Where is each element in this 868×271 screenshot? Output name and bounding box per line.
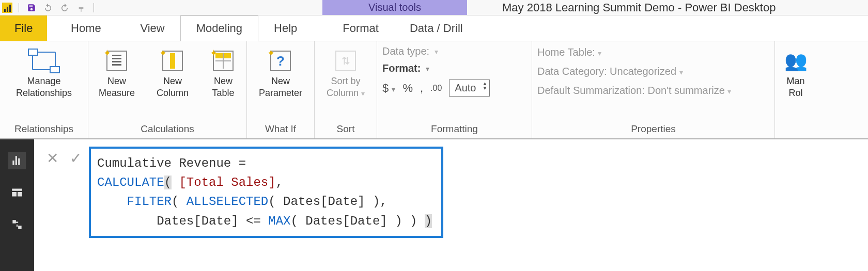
new-measure-label: New Measure — [99, 75, 135, 99]
new-table-label: New Table — [212, 75, 234, 99]
data-category-dropdown[interactable]: Data Category: Uncategorized ▾ — [537, 66, 731, 77]
people-icon: 👥 — [784, 50, 808, 72]
tab-format[interactable]: Format — [327, 15, 394, 41]
group-label-relationships: Relationships — [5, 122, 83, 136]
chevron-down-icon: ▾ — [679, 68, 683, 76]
new-table-button[interactable]: ✦ New Table — [205, 44, 241, 99]
group-whatif: ✦ New Parameter What If — [247, 41, 315, 138]
group-calculations: ✦ New Measure ✦ New Column ✦ New Table C… — [88, 41, 247, 138]
stepper-arrows-icon: ▲▼ — [483, 81, 488, 90]
manage-relationships-button[interactable]: Manage Relationships — [5, 44, 83, 99]
manage-roles-button[interactable]: 👥 Man Rol — [780, 44, 811, 99]
chevron-down-icon: ▾ — [598, 49, 601, 57]
format-label: Format: — [382, 62, 421, 74]
model-view-button[interactable] — [8, 216, 26, 233]
currency-button[interactable]: $ ▾ — [382, 82, 395, 95]
thousands-comma-button[interactable]: , — [420, 82, 423, 95]
group-label-sort: Sort — [320, 122, 371, 136]
contextual-tab-header: Visual tools — [322, 0, 467, 15]
tab-file[interactable]: File — [0, 15, 47, 41]
group-sort: ⇅ Sort by Column ▾ Sort — [315, 41, 377, 138]
sort-by-column-button[interactable]: ⇅ Sort by Column ▾ — [320, 44, 371, 99]
data-type-label: Data type: — [382, 45, 429, 57]
chevron-down-icon: ▾ — [727, 87, 731, 95]
redo-icon — [60, 3, 69, 12]
new-column-label: New Column — [157, 75, 189, 99]
new-measure-button[interactable]: ✦ New Measure — [94, 44, 140, 99]
group-label-formatting: Formatting — [382, 122, 526, 136]
percent-button[interactable]: % — [402, 82, 413, 95]
decimal-places-stepper[interactable]: Auto ▲▼ — [449, 79, 490, 97]
new-measure-icon: ✦ — [106, 51, 127, 71]
app-icon — [2, 3, 12, 13]
close-icon: ✕ — [47, 150, 58, 166]
work-area: ✕ ✓ Cumulative Revenue = CALCULATE( [Tot… — [0, 139, 868, 271]
qat-separator-2 — [94, 3, 94, 12]
new-parameter-button[interactable]: ✦ New Parameter — [252, 44, 309, 99]
chevron-down-icon: ╤ — [79, 4, 84, 11]
group-security: 👥 Man Rol — [775, 41, 811, 138]
chevron-down-icon: ▾ — [426, 65, 429, 73]
save-icon — [27, 3, 36, 12]
bar-chart-icon — [10, 154, 24, 167]
group-label-calculations: Calculations — [94, 122, 241, 136]
chevron-down-icon: ▾ — [392, 85, 395, 93]
sort-icon: ⇅ — [335, 51, 356, 71]
table-icon — [10, 186, 24, 199]
group-label-security — [780, 122, 811, 136]
redo-button[interactable] — [58, 2, 71, 14]
group-relationships: Manage Relationships Relationships — [0, 41, 88, 138]
undo-button[interactable] — [42, 2, 54, 14]
new-table-icon: ✦ — [213, 51, 234, 71]
chevron-down-icon: ▾ — [435, 47, 438, 56]
model-icon — [10, 218, 24, 231]
manage-relationships-label: Manage Relationships — [16, 75, 72, 99]
view-switcher — [0, 139, 34, 271]
window-title: May 2018 Learning Summit Demo - Power BI… — [502, 1, 776, 14]
tab-help[interactable]: Help — [258, 15, 313, 41]
qat-customize-button[interactable]: ╤ — [75, 2, 87, 14]
home-table-dropdown[interactable]: Home Table: ▾ — [537, 46, 731, 58]
save-button[interactable] — [25, 2, 38, 14]
cancel-formula-button[interactable]: ✕ — [47, 150, 58, 167]
relationships-icon — [32, 52, 56, 70]
new-parameter-icon: ✦ — [270, 51, 291, 71]
decimal-places-value: Auto — [455, 82, 476, 93]
new-column-icon: ✦ — [162, 51, 183, 71]
check-icon: ✓ — [70, 150, 82, 166]
group-label-whatif: What If — [252, 122, 309, 136]
tab-data-drill[interactable]: Data / Drill — [394, 15, 478, 41]
data-view-button[interactable] — [8, 184, 26, 201]
new-parameter-label: New Parameter — [259, 75, 302, 99]
data-type-dropdown[interactable]: Data type:▾ — [382, 45, 490, 57]
tab-view[interactable]: View — [125, 15, 180, 41]
sort-by-column-label: Sort by Column ▾ — [327, 75, 365, 99]
formula-editor[interactable]: Cumulative Revenue = CALCULATE( [Total S… — [89, 147, 443, 238]
undo-icon — [43, 3, 53, 12]
commit-formula-button[interactable]: ✓ — [70, 150, 82, 167]
ribbon-tabs: File Home View Modeling Help Format Data… — [0, 15, 868, 41]
qat-separator — [19, 3, 19, 12]
formula-line-1: Cumulative Revenue = — [97, 156, 246, 170]
tab-modeling[interactable]: Modeling — [180, 15, 258, 41]
formula-bar-area: ✕ ✓ Cumulative Revenue = CALCULATE( [Tot… — [34, 139, 868, 271]
format-dropdown[interactable]: Format:▾ — [382, 62, 490, 74]
new-column-button[interactable]: ✦ New Column — [149, 44, 196, 99]
tab-home[interactable]: Home — [47, 15, 125, 41]
decimal-button[interactable]: .00 — [430, 84, 442, 93]
group-formatting: Data type:▾ Format:▾ $ ▾ % , .00 Auto ▲▼… — [377, 41, 532, 138]
group-properties: Home Table: ▾ Data Category: Uncategoriz… — [532, 41, 775, 138]
group-label-properties: Properties — [537, 122, 769, 136]
report-view-button[interactable] — [8, 152, 26, 169]
default-summarization-dropdown[interactable]: Default Summarization: Don't summarize ▾ — [537, 85, 731, 97]
title-bar: ╤ Visual tools May 2018 Learning Summit … — [0, 0, 868, 15]
ribbon: Manage Relationships Relationships ✦ New… — [0, 41, 868, 139]
manage-roles-label: Man Rol — [786, 75, 804, 99]
